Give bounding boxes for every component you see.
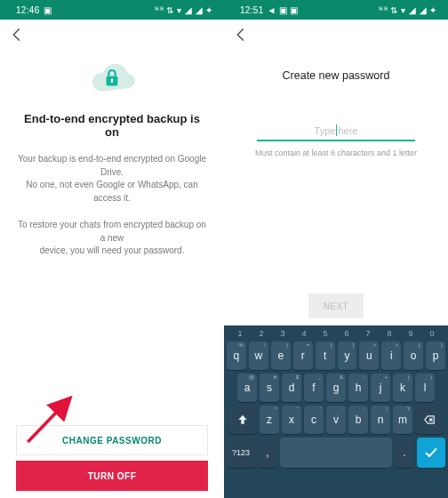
keyboard-bottom-row: ?123 , . [227, 438, 445, 468]
key-r[interactable]: r= [293, 341, 313, 370]
back-icon[interactable] [9, 27, 25, 43]
key-a[interactable]: a@ [237, 374, 257, 402]
key-k[interactable]: k( [393, 374, 412, 402]
number-hint: 1 [230, 329, 250, 338]
bottom-buttons: CHANGE PASSWORD TURN OFF [16, 425, 208, 498]
soft-keyboard: 1234567890 q%w\e|r=t[y]u<i>o{p} a@s#d$f_… [224, 325, 448, 498]
key-o[interactable]: o{ [404, 341, 423, 370]
turn-off-button[interactable]: TURN OFF [16, 461, 208, 491]
number-hint: 3 [273, 329, 292, 338]
status-right-icons: ᴺᴿ ⇅ ▾ ◢ ◢ ✦ [155, 5, 213, 15]
key-h[interactable]: h- [348, 374, 368, 402]
key-m[interactable]: m? [393, 406, 412, 434]
encrypted-cloud-icon [85, 60, 139, 100]
keyboard-row-2: a@s#d$f_g&h-j+k(l) [227, 374, 445, 402]
status-bar: 12:51 ◄ ▣ ▣ ᴺᴿ ⇅ ▾ ◢ ◢ ✦ [224, 0, 448, 20]
keyboard-row-3: z*x"c'v:b;n!m? [227, 406, 445, 434]
status-time: 12:46 [16, 5, 40, 15]
app-bar [224, 20, 448, 50]
number-hint: 7 [358, 329, 378, 338]
key-v[interactable]: v: [326, 406, 346, 434]
status-bar: 12:46 ▣ ᴺᴿ ⇅ ▾ ◢ ◢ ✦ [0, 0, 224, 20]
content: End-to-end encrypted backup is on Your b… [0, 50, 224, 498]
key-p[interactable]: p} [426, 341, 445, 370]
key-u[interactable]: u< [359, 341, 379, 370]
status-time: 12:51 [240, 5, 264, 15]
space-key[interactable] [280, 438, 392, 468]
screen-create-password: 12:51 ◄ ▣ ▣ ᴺᴿ ⇅ ▾ ◢ ◢ ✦ Create new pass… [224, 0, 448, 498]
content: Create new password Typehere Must contai… [224, 50, 448, 325]
key-i[interactable]: i> [381, 341, 401, 370]
number-hint: 5 [316, 329, 335, 338]
key-t[interactable]: t[ [316, 341, 335, 370]
key-b[interactable]: b; [348, 406, 368, 434]
comma-key[interactable]: , [258, 438, 277, 468]
symbols-key[interactable]: ?123 [227, 438, 255, 468]
password-field-wrap: Typehere [257, 121, 414, 141]
number-hint: 0 [422, 329, 442, 338]
period-key[interactable]: . [395, 438, 414, 468]
enter-key[interactable] [417, 438, 445, 468]
key-x[interactable]: x" [282, 406, 301, 434]
status-left-icons: ▣ [44, 5, 52, 15]
status-left-icons: ◄ ▣ ▣ [268, 5, 299, 15]
screen-backup-settings: 12:46 ▣ ᴺᴿ ⇅ ▾ ◢ ◢ ✦ End-to-end encrypte… [0, 0, 224, 498]
password-hint: Must contain at least 6 characters and 1… [255, 149, 417, 157]
number-hint: 9 [401, 329, 420, 338]
key-w[interactable]: w\ [249, 341, 268, 370]
key-y[interactable]: y] [338, 341, 357, 370]
text-caret-icon [336, 124, 337, 136]
change-password-button[interactable]: CHANGE PASSWORD [16, 425, 208, 455]
number-hint: 4 [294, 329, 314, 338]
key-c[interactable]: c' [304, 406, 324, 434]
key-q[interactable]: q% [227, 341, 246, 370]
key-g[interactable]: g& [326, 374, 346, 402]
key-l[interactable]: l) [415, 374, 435, 402]
description-1: Your backup is end-to-end encrypted on G… [16, 153, 208, 205]
key-z[interactable]: z* [260, 406, 279, 434]
key-s[interactable]: s# [260, 374, 279, 402]
description-2: To restore your chats from encrypted bac… [16, 219, 208, 258]
shift-key[interactable] [228, 406, 257, 434]
app-bar [0, 20, 224, 50]
key-f[interactable]: f_ [304, 374, 324, 402]
password-input[interactable]: Typehere [257, 121, 414, 141]
page-title: End-to-end encrypted backup is on [16, 112, 208, 139]
next-button[interactable]: NEXT [308, 293, 364, 318]
backspace-key[interactable] [415, 406, 444, 434]
keyboard-number-hints: 1234567890 [227, 329, 445, 338]
back-icon[interactable] [233, 27, 249, 43]
key-d[interactable]: d$ [282, 374, 301, 402]
key-e[interactable]: e| [271, 341, 291, 370]
status-right-icons: ᴺᴿ ⇅ ▾ ◢ ◢ ✦ [379, 5, 437, 15]
keyboard-row-1: q%w\e|r=t[y]u<i>o{p} [227, 341, 445, 370]
svg-rect-2 [111, 80, 112, 83]
key-j[interactable]: j+ [371, 374, 390, 402]
number-hint: 8 [380, 329, 399, 338]
key-n[interactable]: n! [371, 406, 390, 434]
number-hint: 6 [337, 329, 356, 338]
number-hint: 2 [252, 329, 271, 338]
page-title: Create new password [283, 69, 390, 82]
